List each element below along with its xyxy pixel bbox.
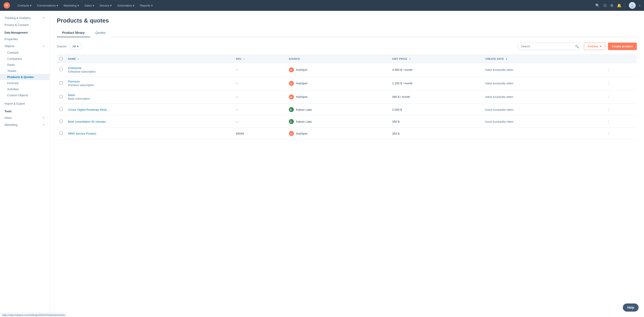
sidebar-item-deals-sub[interactable]: Deals [0, 62, 49, 68]
col-more [604, 55, 637, 63]
table-row: Brief consultation 60 minutes -- S Kaksi… [57, 116, 637, 128]
product-name-link[interactable]: Premium [68, 80, 80, 83]
sidebar-item-tickets-sub[interactable]: Tickets [0, 68, 49, 74]
more-options-icon[interactable]: ⋮ [607, 95, 610, 99]
nav-service[interactable]: Service ▾ [97, 3, 114, 9]
sidebar-item-companies-sub[interactable]: Companies [0, 56, 49, 62]
sort-icon-name: ⇕ [78, 58, 80, 60]
sidebar-item-objects[interactable]: Objects ▼ [0, 43, 49, 50]
nav-sales[interactable]: Sales ▾ [82, 3, 97, 9]
page-title: Products & quotes [57, 17, 637, 24]
select-all-checkbox[interactable] [60, 57, 63, 60]
chevron-icon: ▼ [42, 17, 45, 19]
row-more-cell[interactable]: ⋮ [604, 90, 637, 104]
col-source: SOURCE [286, 55, 389, 63]
row-more-cell[interactable]: ⋮ [604, 116, 637, 128]
product-name-link[interactable]: MRR Service Product [68, 132, 96, 135]
search-submit-button[interactable]: 🔍 [575, 45, 579, 48]
sidebar-item-import[interactable]: Import & Export [0, 100, 49, 107]
sidebar-item-tracking[interactable]: Tracking & Analytics ▼ [0, 15, 49, 22]
url-hint: https://app.hubspot.com/settings/2661913… [0, 313, 67, 317]
source-label: Source: [57, 45, 67, 48]
sidebar-item-products-sub[interactable]: Products & Quotes [0, 74, 49, 80]
product-name-link[interactable]: Enterprise [68, 66, 81, 70]
notifications-icon[interactable]: 🔔 [617, 4, 622, 8]
row-checkbox-cell[interactable] [57, 90, 65, 104]
source-logo-icon: S [289, 119, 294, 124]
row-checkbox[interactable] [60, 120, 63, 123]
row-source-cell: S Kaksio Labs [286, 104, 389, 116]
sidebar-item-privacy[interactable]: Privacy & Consent [0, 22, 49, 29]
more-options-icon[interactable]: ⋮ [607, 81, 610, 85]
col-create-date[interactable]: CREATE DATE ▼ [483, 55, 604, 63]
product-name-link[interactable]: Basic [68, 93, 75, 97]
nav-contacts[interactable]: Contacts ▾ [15, 3, 34, 9]
help-button[interactable]: Help [623, 303, 638, 311]
nav-reports[interactable]: Reports ▾ [138, 3, 155, 9]
select-all-header[interactable] [57, 55, 65, 63]
product-create-date: kuusi kuukautta sitten [485, 120, 514, 123]
col-name[interactable]: NAME ⇕ [65, 55, 233, 63]
product-name-link[interactable]: 3-hour Digital Roadmap Work... [68, 108, 109, 111]
row-source-cell: H HubSpot [286, 128, 389, 140]
row-checkbox-cell[interactable] [57, 77, 65, 90]
product-unit-price: 350 $ [392, 120, 400, 123]
row-checkbox-cell[interactable] [57, 104, 65, 116]
product-name-link[interactable]: Brief consultation 60 minutes [68, 120, 106, 123]
create-product-button[interactable]: Create product [608, 43, 637, 50]
tab-product-library[interactable]: Product library [57, 29, 90, 37]
nav-automation[interactable]: Automation ▾ [115, 3, 137, 9]
main-layout: Tracking & Analytics ▼ Privacy & Consent… [0, 11, 644, 317]
svg-text:S: S [290, 120, 292, 123]
row-date-cell: kuusi kuukautta sitten [483, 116, 604, 128]
row-date-cell: kaksi kuukautta sitten [483, 77, 604, 90]
actions-button[interactable]: Actions ▾ [584, 43, 605, 50]
user-menu-chevron[interactable]: ▾ [639, 4, 640, 7]
row-checkbox-cell[interactable] [57, 116, 65, 128]
search-input[interactable] [518, 43, 581, 50]
search-icon[interactable]: 🔍 [595, 4, 600, 8]
sidebar-item-custom-sub[interactable]: Custom Objects [0, 92, 49, 98]
row-checkbox[interactable] [60, 108, 63, 111]
marketplace-icon[interactable]: ☷ [604, 4, 606, 8]
col-sku[interactable]: SKU ⇕ [233, 55, 286, 63]
row-checkbox-cell[interactable] [57, 128, 65, 140]
more-options-icon[interactable]: ⋮ [607, 120, 610, 124]
row-more-cell[interactable]: ⋮ [604, 63, 637, 77]
row-checkbox[interactable] [60, 81, 63, 85]
source-filter-button[interactable]: All ▾ [70, 43, 82, 50]
product-unit-price: 350 $ [392, 132, 400, 135]
settings-icon[interactable]: ⚙ [610, 4, 613, 8]
toolbar: Source: All ▾ 🔍 Actions ▾ Create product [57, 43, 637, 50]
sidebar-item-inbox[interactable]: Inbox ▼ [0, 114, 49, 121]
hubspot-logo[interactable]: H [4, 2, 10, 9]
tab-quotes[interactable]: Quotes [90, 29, 111, 37]
nav-conversations[interactable]: Conversations ▾ [35, 3, 60, 9]
sidebar-item-forecast-sub[interactable]: Forecast [0, 80, 49, 86]
row-price-cell: 350 $ [389, 128, 483, 140]
row-sku-cell: -- [233, 63, 286, 77]
row-checkbox[interactable] [60, 95, 63, 98]
source-cell: H HubSpot [289, 94, 387, 100]
row-sku-cell: 84545 [233, 128, 286, 140]
row-more-cell[interactable]: ⋮ [604, 128, 637, 140]
source-cell: H HubSpot [289, 81, 387, 86]
more-options-icon[interactable]: ⋮ [607, 68, 610, 72]
row-checkbox-cell[interactable] [57, 63, 65, 77]
row-more-cell[interactable]: ⋮ [604, 77, 637, 90]
sidebar-item-activities-sub[interactable]: Activities [0, 86, 49, 92]
more-options-icon[interactable]: ⋮ [607, 108, 610, 112]
user-avatar[interactable] [629, 2, 636, 9]
row-date-cell [483, 128, 604, 140]
row-more-cell[interactable]: ⋮ [604, 104, 637, 116]
table-row: Enterprise Enterprise subscription -- H … [57, 63, 637, 77]
nav-items: Contacts ▾ Conversations ▾ Marketing ▾ S… [15, 3, 590, 9]
sidebar-item-marketing-tools[interactable]: Marketing ▼ [0, 121, 49, 128]
sidebar-item-properties[interactable]: Properties [0, 36, 49, 43]
row-checkbox[interactable] [60, 68, 63, 71]
nav-marketing[interactable]: Marketing ▾ [61, 3, 81, 9]
col-unit-price[interactable]: UNIT PRICE ⇕ [389, 55, 483, 63]
sidebar-item-contacts-sub[interactable]: Contacts [0, 50, 49, 56]
more-options-icon[interactable]: ⋮ [607, 132, 610, 136]
row-checkbox[interactable] [60, 132, 63, 135]
